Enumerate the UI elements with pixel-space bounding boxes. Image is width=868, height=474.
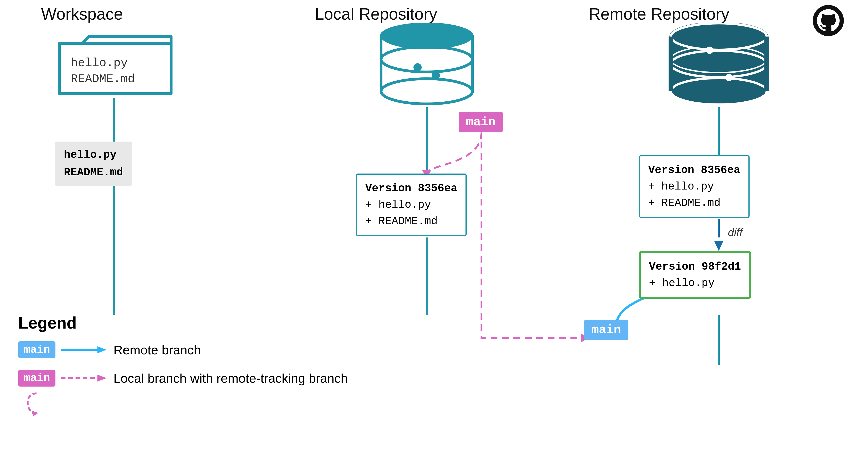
svg-point-20 xyxy=(432,71,440,80)
legend-solid-arrow-icon xyxy=(61,346,106,353)
file-list-line1: hello.py xyxy=(64,146,123,164)
svg-point-18 xyxy=(381,24,472,49)
local-version-line2: + README.md xyxy=(365,213,457,230)
remote-version-box-2: Version 98f2d1 + hello.py xyxy=(639,251,751,299)
svg-marker-5 xyxy=(714,241,723,251)
svg-text:README.md: README.md xyxy=(71,72,135,86)
workspace-folder-icon: hello.py README.md xyxy=(55,30,176,99)
local-main-branch-label: main xyxy=(459,112,503,132)
legend-section: Legend main Remote branch main xyxy=(18,314,348,433)
file-list-line2: README.md xyxy=(64,164,123,181)
github-logo-icon xyxy=(812,5,844,36)
diff-label: diff xyxy=(728,226,743,239)
remote-version-1-line2: + README.md xyxy=(648,195,740,211)
workspace-file-list: hello.py README.md xyxy=(55,142,132,186)
svg-point-16 xyxy=(381,79,472,104)
svg-point-28 xyxy=(671,78,767,105)
svg-point-31 xyxy=(706,47,713,54)
remote-db-icon xyxy=(666,23,771,110)
svg-point-17 xyxy=(381,47,472,72)
legend-remote-branch-desc: Remote branch xyxy=(114,343,201,357)
svg-marker-37 xyxy=(30,411,38,417)
local-repo-label: Local Repository xyxy=(315,5,437,23)
legend-blue-branch-label: main xyxy=(18,342,56,358)
legend-dashed-arrow-icon xyxy=(61,375,106,382)
remote-version-2-line1: + hello.py xyxy=(649,275,741,291)
workspace-label: Workspace xyxy=(41,5,123,23)
legend-curved-arrow-icon xyxy=(23,391,50,418)
svg-point-32 xyxy=(725,74,733,81)
remote-version-1-title: Version 8356ea xyxy=(648,162,740,178)
svg-marker-36 xyxy=(97,375,106,382)
local-db-icon xyxy=(376,23,477,110)
remote-version-box-1: Version 8356ea + hello.py + README.md xyxy=(639,155,750,218)
svg-text:hello.py: hello.py xyxy=(71,56,128,70)
local-version-title: Version 8356ea xyxy=(365,180,457,197)
svg-marker-34 xyxy=(97,346,106,353)
local-version-line1: + hello.py xyxy=(365,197,457,213)
diagram-container: Workspace Local Repository Remote Reposi… xyxy=(0,0,868,474)
legend-local-branch-desc: Local branch with remote-tracking branch xyxy=(114,371,348,386)
remote-repo-label: Remote Repository xyxy=(589,5,729,23)
local-version-box: Version 8356ea + hello.py + README.md xyxy=(356,174,467,236)
legend-item-remote-branch: main Remote branch xyxy=(18,342,348,358)
remote-version-1-line1: + hello.py xyxy=(648,178,740,195)
remote-main-branch-label: main xyxy=(584,320,628,340)
svg-point-19 xyxy=(413,63,422,71)
remote-version-2-title: Version 98f2d1 xyxy=(649,259,741,275)
legend-item-local-branch: main Local branch with remote-tracking b… xyxy=(18,369,348,421)
legend-title: Legend xyxy=(18,314,348,332)
legend-pink-branch-label: main xyxy=(18,369,56,387)
